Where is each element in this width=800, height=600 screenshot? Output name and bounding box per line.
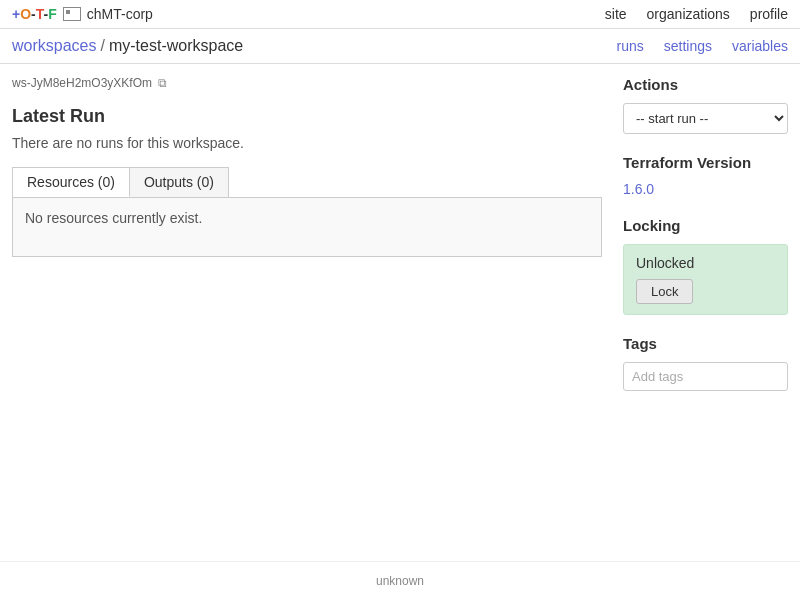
logo-area: +O-T-F chMT-corp <box>12 6 153 22</box>
terraform-version-title: Terraform Version <box>623 154 788 171</box>
tags-input[interactable] <box>623 362 788 391</box>
copy-icon[interactable]: ⧉ <box>158 76 167 90</box>
terraform-section: Terraform Version 1.6.0 <box>623 154 788 197</box>
latest-run-title: Latest Run <box>12 106 603 127</box>
top-nav: +O-T-F chMT-corp site organizations prof… <box>0 0 800 29</box>
actions-dropdown[interactable]: -- start run -- Plan only Plan and apply… <box>623 103 788 134</box>
locking-box: Unlocked Lock <box>623 244 788 315</box>
no-runs-text: There are no runs for this workspace. <box>12 135 603 151</box>
tab-content-text: No resources currently exist. <box>25 210 202 226</box>
org-name: chMT-corp <box>87 6 153 22</box>
footer-text: unknown <box>376 574 424 588</box>
breadcrumb: workspaces / my-test-workspace <box>12 37 243 55</box>
breadcrumb-workspaces-link[interactable]: workspaces <box>12 37 96 55</box>
workspace-id-row: ws-JyM8eH2mO3yXKfOm ⧉ <box>12 76 603 90</box>
workspace-subnav: runs settings variables <box>616 38 788 54</box>
locking-status: Unlocked <box>636 255 775 271</box>
tab-outputs[interactable]: Outputs (0) <box>130 168 228 197</box>
actions-section: Actions -- start run -- Plan only Plan a… <box>623 76 788 134</box>
left-panel: ws-JyM8eH2mO3yXKfOm ⧉ Latest Run There a… <box>12 76 603 549</box>
main-content: ws-JyM8eH2mO3yXKfOm ⧉ Latest Run There a… <box>0 64 800 561</box>
subnav-settings[interactable]: settings <box>664 38 712 54</box>
subnav-runs[interactable]: runs <box>616 38 643 54</box>
right-panel: Actions -- start run -- Plan only Plan a… <box>623 76 788 549</box>
actions-title: Actions <box>623 76 788 93</box>
terraform-version-link[interactable]: 1.6.0 <box>623 181 654 197</box>
tags-title: Tags <box>623 335 788 352</box>
nav-link-profile[interactable]: profile <box>750 6 788 22</box>
tags-section: Tags <box>623 335 788 391</box>
resource-tabs: Resources (0) Outputs (0) <box>12 167 229 197</box>
breadcrumb-current-workspace: my-test-workspace <box>109 37 243 55</box>
footer: unknown <box>0 561 800 600</box>
breadcrumb-bar: workspaces / my-test-workspace runs sett… <box>0 29 800 64</box>
org-icon <box>63 7 81 21</box>
workspace-id: ws-JyM8eH2mO3yXKfOm <box>12 76 152 90</box>
breadcrumb-separator: / <box>100 37 104 55</box>
locking-section: Locking Unlocked Lock <box>623 217 788 315</box>
logo-text: +O-T-F <box>12 6 57 22</box>
tab-content-area: No resources currently exist. <box>12 197 602 257</box>
locking-title: Locking <box>623 217 788 234</box>
tab-resources[interactable]: Resources (0) <box>13 168 130 197</box>
nav-link-organizations[interactable]: organizations <box>647 6 730 22</box>
subnav-variables[interactable]: variables <box>732 38 788 54</box>
lock-button[interactable]: Lock <box>636 279 693 304</box>
top-nav-links: site organizations profile <box>605 6 788 22</box>
nav-link-site[interactable]: site <box>605 6 627 22</box>
